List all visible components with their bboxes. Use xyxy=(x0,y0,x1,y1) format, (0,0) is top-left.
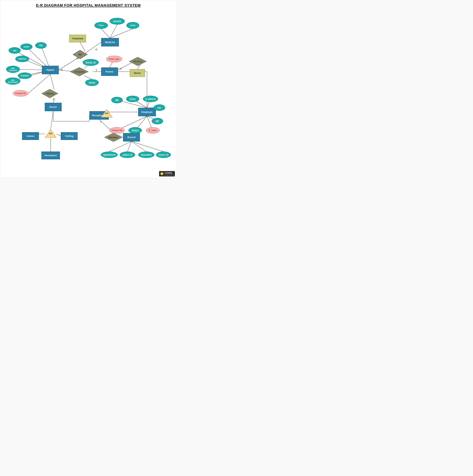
sex-attr: sex xyxy=(9,47,21,54)
svg-line-52 xyxy=(131,141,146,152)
sex-emp-attr: Sex xyxy=(154,104,165,111)
svg-text:o|: o| xyxy=(61,68,63,71)
period-attr: Period xyxy=(85,79,99,86)
quantity-attr: Quantity xyxy=(109,18,125,25)
connector-lines: o| || o| xyxy=(0,0,177,178)
nid-attr: NID xyxy=(152,118,163,124)
doctor-entity: Doctor xyxy=(45,103,62,111)
patient-entity: Patient xyxy=(42,66,59,74)
date-admitted-attr: date admitted xyxy=(6,66,20,73)
description-attr: description xyxy=(138,152,154,158)
code-attr: Code xyxy=(127,22,139,29)
p-details-attr: P details xyxy=(18,72,32,79)
isa-doctor-triangle: ISA xyxy=(45,129,56,138)
price-attr: Price xyxy=(94,22,108,29)
name-attr: name xyxy=(20,44,33,50)
visiting-entity: Visiting xyxy=(61,132,78,140)
date-discharged-attr: date discharged xyxy=(5,78,20,85)
contact-no-patient-attr: Contact No xyxy=(13,90,28,97)
creately-text: creately Diagramming xyxy=(164,172,174,176)
attends-relationship: Attends xyxy=(41,89,58,98)
svg-line-29 xyxy=(56,134,61,136)
nurse-entity: Nurse xyxy=(130,69,145,77)
svg-text:o|: o| xyxy=(95,48,97,51)
svg-line-12 xyxy=(110,25,117,38)
maintains-relationship: Maintains xyxy=(104,133,123,142)
record-entity: Record xyxy=(123,133,140,141)
medicine-entity: Medicine xyxy=(101,38,119,46)
salary-attr: Salary xyxy=(126,96,139,102)
e-address-attr: E_address xyxy=(143,96,158,102)
record-no-attr: record_no xyxy=(156,152,171,158)
creately-badge: 💡 creately Diagramming xyxy=(159,171,175,176)
svg-text:o|: o| xyxy=(120,67,122,70)
trainee-entity: trainee xyxy=(22,132,39,140)
rooms-id-attr: Rooms_ID xyxy=(83,59,99,66)
address-attr: address xyxy=(15,56,29,62)
creately-bulb: 💡 xyxy=(160,172,164,175)
e-name-attr: E_name xyxy=(146,127,160,134)
svg-point-26 xyxy=(53,99,55,100)
svg-line-51 xyxy=(127,141,131,152)
svg-line-25 xyxy=(53,99,54,103)
svg-line-13 xyxy=(110,29,133,38)
svg-text:||: || xyxy=(96,69,97,71)
patient-id-attr: patient_ID xyxy=(120,152,135,158)
room-type-attr: Room type xyxy=(106,56,122,62)
eid-attr: EID xyxy=(111,97,123,103)
permanent-entity: Permanent xyxy=(41,152,60,159)
isa-employee-triangle: ISA xyxy=(101,109,113,118)
pid-attr: PID xyxy=(35,42,47,49)
treatment-entity: Treatment xyxy=(69,35,86,42)
employee-entity: Employee xyxy=(138,108,156,116)
svg-text:||: || xyxy=(100,120,101,123)
svg-line-53 xyxy=(131,141,164,152)
appointment-attr: appointment xyxy=(101,152,118,158)
assigned-relationship: Assigned xyxy=(70,67,89,76)
bill-relationship: Bill xyxy=(73,50,88,59)
svg-line-50 xyxy=(109,141,131,152)
governs-relationship: Governs xyxy=(129,57,147,66)
svg-line-11 xyxy=(101,29,110,38)
rooms-entity: Rooms xyxy=(101,68,118,76)
svg-line-27 xyxy=(51,111,53,130)
diagram-container: E-R DIAGRAM FOR HOSPITAL MANAGEMENT SYST… xyxy=(0,0,177,178)
contact-no-emp-attr: Contact No xyxy=(109,127,125,134)
history-attr: History xyxy=(128,127,142,134)
diagram-title: E-R DIAGRAM FOR HOSPITAL MANAGEMENT SYST… xyxy=(0,0,177,9)
svg-line-19 xyxy=(84,76,92,79)
svg-line-24 xyxy=(50,74,54,89)
